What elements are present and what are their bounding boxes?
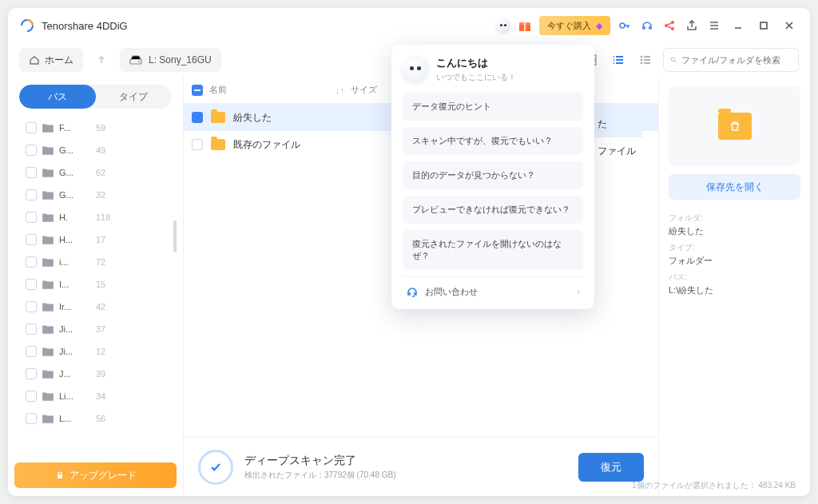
export-icon[interactable]: [684, 18, 700, 34]
status-bar: ディープスキャン完了 検出されたファイル：37792個 (70.48 GB) 復…: [184, 437, 658, 496]
menu-icon[interactable]: [706, 18, 722, 34]
checkbox[interactable]: [26, 391, 37, 402]
minimize-button[interactable]: [729, 16, 748, 35]
tree-item-count: 49: [96, 145, 105, 155]
hint-item[interactable]: データ復元のヒント: [403, 93, 583, 121]
buy-now-button[interactable]: 今すぐ購入 ◆: [539, 16, 610, 35]
gift-icon[interactable]: [517, 18, 533, 34]
col-size[interactable]: サイズ: [351, 84, 377, 96]
tree-item[interactable]: Ji... 37: [14, 318, 173, 340]
tree-item[interactable]: i... 72: [14, 251, 173, 273]
sidebar-tabs: パス タイプ: [19, 85, 172, 109]
folder-icon: [42, 390, 54, 403]
checkbox[interactable]: [192, 139, 203, 150]
ghost-list: た ファイル: [591, 110, 642, 165]
checkbox[interactable]: [26, 234, 37, 245]
maximize-button[interactable]: [754, 16, 773, 35]
arrow-up-icon: [96, 54, 107, 65]
search-input[interactable]: [681, 55, 792, 65]
hint-item[interactable]: プレビューできなければ復元できない？: [403, 196, 583, 224]
tree-item-name: F...: [59, 123, 91, 133]
checkbox[interactable]: [192, 112, 203, 123]
tree-item-count: 72: [96, 257, 105, 267]
tab-type[interactable]: タイプ: [96, 85, 173, 109]
status-title: ディープスキャン完了: [244, 454, 396, 468]
tree-item-name: Ji...: [59, 324, 91, 334]
folder-icon: [42, 367, 54, 380]
col-name[interactable]: 名前: [209, 84, 329, 96]
file-name: 紛失した: [233, 111, 272, 125]
bot-avatar-icon: [403, 56, 428, 81]
folder-icon: [42, 189, 54, 201]
tree-item-count: 56: [96, 414, 105, 423]
checkbox[interactable]: [26, 167, 37, 178]
headset-icon[interactable]: [639, 18, 655, 34]
checkbox[interactable]: [26, 301, 37, 312]
folder-tree[interactable]: F... 59 G... 49 G... 62 G... 32 H. 118 H…: [14, 117, 177, 462]
tree-item[interactable]: H. 118: [14, 206, 173, 228]
view-list-icon[interactable]: [609, 50, 628, 69]
contact-row[interactable]: お問い合わせ ›: [403, 276, 583, 301]
meta-type-value: フォルダー: [669, 255, 800, 267]
drive-icon: [129, 54, 142, 65]
tree-item-name: J...: [59, 369, 91, 379]
selection-summary: 1個のファイルが選択されました： 483.24 KB: [632, 480, 796, 491]
assistant-icon[interactable]: [496, 18, 510, 33]
folder-icon: [42, 345, 54, 358]
checkbox[interactable]: [26, 368, 37, 379]
tree-item-name: L...: [59, 414, 91, 423]
view-detail-icon[interactable]: [636, 50, 655, 69]
checkbox[interactable]: [26, 122, 37, 133]
checkbox[interactable]: [26, 346, 37, 357]
tree-item[interactable]: H... 17: [14, 228, 173, 251]
tree-item[interactable]: G... 62: [14, 161, 173, 184]
checkbox[interactable]: [26, 323, 37, 335]
svg-point-9: [138, 61, 140, 62]
hint-item[interactable]: 目的のデータが見つからない？: [403, 161, 583, 189]
tree-item-name: H.: [59, 212, 91, 222]
checkbox[interactable]: [26, 279, 37, 290]
tree-item-count: 118: [96, 212, 110, 222]
checkbox[interactable]: [26, 145, 37, 156]
drive-label: L: Sony_16GU: [149, 54, 212, 65]
tree-item[interactable]: Ir... 42: [14, 296, 173, 318]
folder-icon: [42, 412, 54, 425]
share-icon[interactable]: [661, 18, 677, 34]
close-button[interactable]: [780, 16, 799, 35]
tree-item[interactable]: F... 59: [14, 117, 173, 139]
app-title: Tenorshare 4DDiG: [42, 20, 128, 32]
tree-item[interactable]: G... 32: [14, 184, 173, 206]
detail-thumbnail: [669, 86, 800, 166]
checkbox[interactable]: [26, 189, 37, 200]
folder-icon: [42, 233, 54, 246]
tree-item[interactable]: L... 56: [14, 407, 173, 430]
tree-item[interactable]: I... 15: [14, 273, 173, 296]
app-logo-icon: [19, 18, 35, 34]
checkbox[interactable]: [26, 413, 37, 424]
scrollbar-thumb[interactable]: [173, 220, 177, 252]
trash-icon: [729, 120, 741, 133]
drive-chip[interactable]: L: Sony_16GU: [120, 48, 221, 72]
tree-item-name: G...: [59, 168, 91, 177]
tree-item[interactable]: J... 39: [14, 363, 173, 385]
tab-path[interactable]: パス: [19, 85, 96, 109]
open-destination-button[interactable]: 保存先を開く: [669, 174, 800, 200]
checkbox[interactable]: [26, 212, 37, 223]
recover-button[interactable]: 復元: [578, 453, 644, 482]
sort-icon[interactable]: ↓↑: [336, 85, 344, 95]
up-button[interactable]: [91, 50, 112, 70]
home-button[interactable]: ホーム: [19, 48, 83, 72]
tree-item[interactable]: Ji... 12: [14, 340, 173, 363]
upgrade-button[interactable]: アップグレード: [14, 462, 177, 488]
meta-folder-label: フォルダ:: [669, 212, 800, 224]
key-icon[interactable]: [617, 18, 633, 34]
search-box[interactable]: [663, 48, 799, 72]
hint-item[interactable]: スキャン中ですが、復元でもいい？: [403, 127, 583, 155]
checkbox[interactable]: [26, 256, 37, 268]
tree-item[interactable]: Li... 34: [14, 385, 173, 407]
svg-point-14: [641, 56, 642, 58]
tree-item[interactable]: G... 49: [14, 139, 173, 161]
hint-item[interactable]: 復元されたファイルを開けないのはなぜ？: [403, 230, 583, 270]
select-all-checkbox[interactable]: [192, 85, 203, 96]
buy-now-label: 今すぐ購入: [547, 20, 591, 32]
